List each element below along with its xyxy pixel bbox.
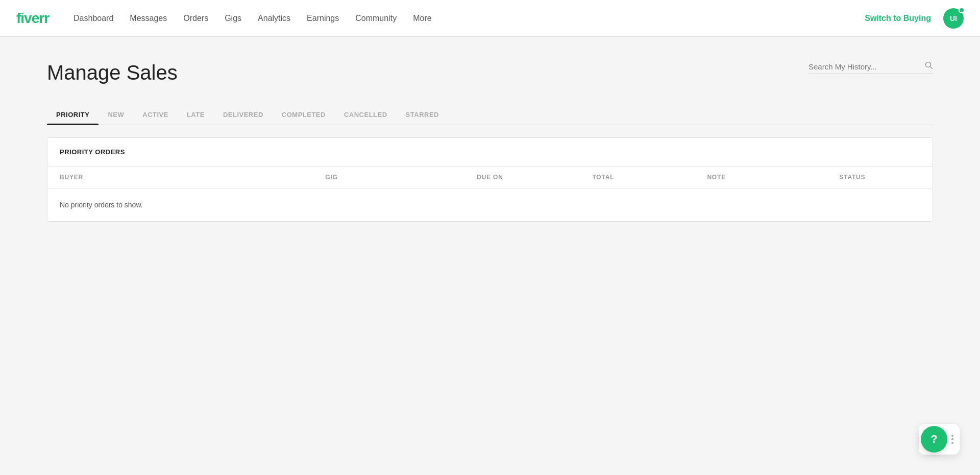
help-widget-card: ? (919, 424, 960, 455)
header-right: Switch to Buying UI (865, 8, 964, 29)
avatar-notification-badge (959, 7, 965, 13)
col-header-total: TOTAL (558, 174, 648, 181)
tab-priority[interactable]: PRIORITY (47, 105, 99, 125)
nav-item-community[interactable]: Community (355, 14, 397, 23)
main-nav: Dashboard Messages Orders Gigs Analytics… (74, 14, 865, 23)
nav-item-dashboard[interactable]: Dashboard (74, 14, 113, 23)
avatar-initials: UI (950, 14, 957, 22)
col-header-note: NOTE (649, 174, 785, 181)
col-header-buyer: BUYER (60, 174, 241, 181)
tabs-bar: PRIORITY NEW ACTIVE LATE DELIVERED COMPL… (47, 105, 933, 125)
tab-new[interactable]: NEW (99, 105, 133, 125)
tab-starred[interactable]: STARRED (397, 105, 448, 125)
col-header-status: STATUS (785, 174, 920, 181)
nav-item-orders[interactable]: Orders (183, 14, 208, 23)
dot-2 (951, 438, 953, 440)
dot-3 (951, 442, 953, 444)
logo[interactable]: fiverr (16, 10, 49, 27)
table-column-headers: BUYER GIG DUE ON TOTAL NOTE STATUS (47, 167, 933, 188)
dot-1 (951, 435, 953, 437)
nav-item-messages[interactable]: Messages (130, 14, 167, 23)
tab-completed[interactable]: COMPLETED (273, 105, 335, 125)
col-header-due-on: DUE ON (422, 174, 558, 181)
help-widget: ? (919, 424, 960, 455)
nav-item-gigs[interactable]: Gigs (225, 14, 241, 23)
empty-state-message: No priority orders to show. (47, 188, 933, 221)
search-icon (925, 61, 933, 72)
help-icon: ? (930, 433, 937, 446)
switch-to-buying-button[interactable]: Switch to Buying (865, 14, 931, 23)
avatar[interactable]: UI (943, 8, 964, 29)
tab-cancelled[interactable]: CANCELLED (335, 105, 397, 125)
nav-item-earnings[interactable]: Earnings (307, 14, 339, 23)
page-title: Manage Sales (47, 61, 178, 84)
logo-text: fiverr (16, 10, 49, 26)
page-header: Manage Sales (47, 61, 933, 84)
col-header-gig: GIG (241, 174, 422, 181)
svg-line-1 (930, 67, 933, 69)
help-menu-dots[interactable] (947, 431, 958, 448)
search-input[interactable] (808, 62, 921, 71)
main-content: Manage Sales PRIORITY NEW ACTIVE LATE DE… (0, 37, 980, 222)
tab-active[interactable]: ACTIVE (133, 105, 178, 125)
table-section-title: PRIORITY ORDERS (47, 138, 933, 167)
tab-delivered[interactable]: DELIVERED (214, 105, 273, 125)
nav-item-analytics[interactable]: Analytics (258, 14, 290, 23)
search-container (808, 61, 933, 74)
nav-item-more[interactable]: More (413, 14, 431, 23)
header: fiverr Dashboard Messages Orders Gigs An… (0, 0, 980, 37)
help-button[interactable]: ? (921, 426, 947, 453)
priority-orders-table: PRIORITY ORDERS BUYER GIG DUE ON TOTAL N… (47, 137, 933, 222)
tab-late[interactable]: LATE (178, 105, 214, 125)
